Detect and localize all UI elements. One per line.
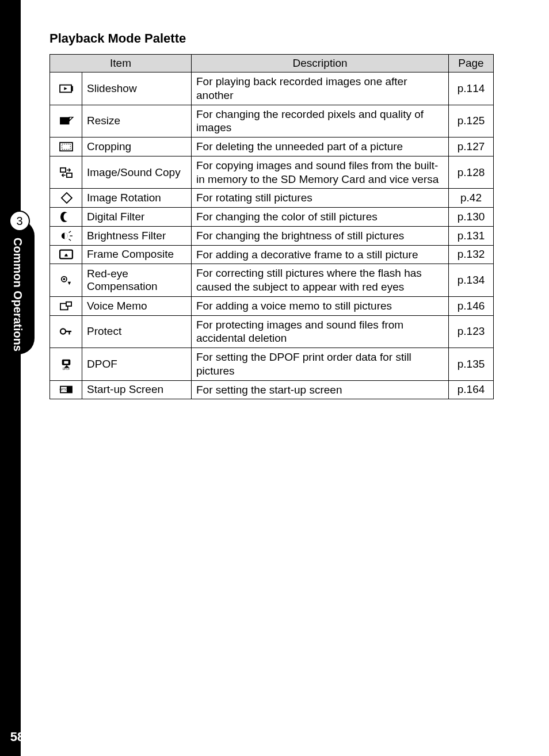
table-row: Frame CompositeFor adding a decorative f…: [50, 245, 494, 264]
item-description: For protecting images and sound files fr…: [192, 315, 449, 348]
item-description: For rotating still pictures: [192, 189, 449, 208]
table-row: Image RotationFor rotating still picture…: [50, 189, 494, 208]
item-description: For changing the brightness of still pic…: [192, 226, 449, 245]
page-ref: p.135: [449, 348, 494, 381]
item-description: For playing back recorded images one aft…: [192, 72, 449, 105]
table-row: CroppingFor deleting the unneeded part o…: [50, 138, 494, 156]
page-ref: p.146: [449, 296, 494, 315]
item-name: Start-up Screen: [82, 380, 192, 399]
chapter-number-badge: 3: [9, 211, 30, 231]
page-ref: p.42: [449, 189, 494, 208]
table-row: SlideshowFor playing back recorded image…: [50, 72, 494, 105]
brightness-icon: [50, 226, 82, 245]
item-name: Image/Sound Copy: [82, 156, 192, 189]
item-description: For adding a voice memo to still picture…: [192, 296, 449, 315]
palette-table: Item Description Page SlideshowFor playi…: [49, 54, 494, 399]
header-page: Page: [449, 55, 494, 72]
table-row: ResizeFor changing the recorded pixels a…: [50, 105, 494, 138]
table-row: Start-up ScreenFor setting the start-up …: [50, 380, 494, 399]
frame-icon: [50, 245, 82, 264]
page-ref: p.128: [449, 156, 494, 189]
table-row: Voice MemoFor adding a voice memo to sti…: [50, 296, 494, 315]
page-title: Playback Mode Palette: [49, 31, 494, 46]
page: 3 Common Operations Playback Mode Palett…: [0, 0, 549, 756]
table-row: Image/Sound CopyFor copying images and s…: [50, 156, 494, 189]
digital-filter-icon: [50, 208, 82, 227]
page-ref: p.127: [449, 138, 494, 156]
voice-memo-icon: [50, 296, 82, 315]
item-name: Resize: [82, 105, 192, 138]
item-name: Slideshow: [82, 72, 192, 105]
item-description: For copying images and sound files from …: [192, 156, 449, 189]
chapter-tab-body: 3 Common Operations: [0, 220, 35, 354]
dpof-icon: [50, 348, 82, 381]
page-ref: p.131: [449, 226, 494, 245]
startup-icon: [50, 380, 82, 399]
redeye-icon: [50, 264, 82, 297]
item-description: For changing the recorded pixels and qua…: [192, 105, 449, 138]
page-ref: p.130: [449, 208, 494, 227]
page-ref: p.132: [449, 245, 494, 264]
header-description: Description: [192, 55, 449, 72]
page-ref: p.123: [449, 315, 494, 348]
item-description: For correcting still pictures where the …: [192, 264, 449, 297]
left-black-strip: [0, 0, 21, 756]
page-ref: p.125: [449, 105, 494, 138]
item-description: For adding a decorative frame to a still…: [192, 245, 449, 264]
item-name: Red-eye Compensation: [82, 264, 192, 297]
table-row: Red-eye CompensationFor correcting still…: [50, 264, 494, 297]
item-name: Cropping: [82, 138, 192, 156]
table-header: Item Description Page: [50, 55, 494, 72]
header-item: Item: [50, 55, 192, 72]
page-ref: p.134: [449, 264, 494, 297]
item-name: Voice Memo: [82, 296, 192, 315]
chapter-tab: 3 Common Operations: [0, 220, 35, 354]
page-ref: p.114: [449, 72, 494, 105]
item-description: For deleting the unneeded part of a pict…: [192, 138, 449, 156]
rotate-icon: [50, 189, 82, 208]
protect-icon: [50, 315, 82, 348]
item-name: DPOF: [82, 348, 192, 381]
item-description: For setting the start-up screen: [192, 380, 449, 399]
crop-icon: [50, 138, 82, 156]
page-number: 58: [7, 730, 28, 744]
resize-icon: [50, 105, 82, 138]
slideshow-icon: [50, 72, 82, 105]
chapter-label: Common Operations: [0, 237, 35, 352]
item-name: Image Rotation: [82, 189, 192, 208]
table-row: ProtectFor protecting images and sound f…: [50, 315, 494, 348]
page-ref: p.164: [449, 380, 494, 399]
item-name: Brightness Filter: [82, 226, 192, 245]
content-area: Playback Mode Palette Item Description P…: [49, 31, 494, 399]
item-name: Frame Composite: [82, 245, 192, 264]
item-name: Protect: [82, 315, 192, 348]
table-row: Brightness FilterFor changing the bright…: [50, 226, 494, 245]
table-row: DPOFFor setting the DPOF print order dat…: [50, 348, 494, 381]
item-name: Digital Filter: [82, 208, 192, 227]
item-description: For setting the DPOF print order data fo…: [192, 348, 449, 381]
item-description: For changing the color of still pictures: [192, 208, 449, 227]
copy-icon: [50, 156, 82, 189]
table-row: Digital FilterFor changing the color of …: [50, 208, 494, 227]
